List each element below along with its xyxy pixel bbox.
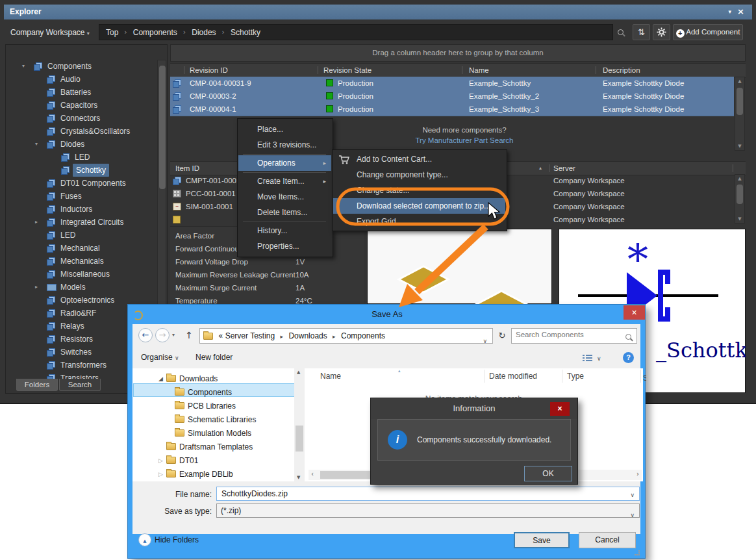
sidebar-item-models[interactable]: ▸Models	[6, 281, 157, 294]
sidebar-item-led[interactable]: LED	[6, 229, 157, 242]
column-divider[interactable]	[562, 370, 562, 383]
tab-search[interactable]: Search	[59, 379, 101, 391]
sidebar-item-capacitors[interactable]: Capacitors	[6, 99, 157, 112]
expand-icon[interactable]: ▷	[158, 454, 163, 467]
menu-item-create-item[interactable]: Create Item...▸	[238, 173, 331, 189]
table-row[interactable]: CMP-00003-2 Production Example_Schottky_…	[170, 90, 734, 103]
column-date-modified[interactable]: Date modified	[489, 372, 537, 381]
combo-arrow-icon[interactable]: ∨	[630, 509, 635, 522]
sidebar-item-batteries[interactable]: Batteries	[6, 86, 157, 99]
combo-arrow-icon[interactable]: ∨	[630, 492, 635, 498]
column-revision-state[interactable]: Revision State	[323, 64, 372, 77]
scroll-left-icon[interactable]: ‹	[311, 470, 314, 477]
items-grid-scrollbar[interactable]: ▲ ▼	[735, 174, 745, 223]
cancel-button[interactable]: Cancel	[579, 532, 636, 548]
ok-button[interactable]: OK	[524, 466, 572, 481]
manufacturer-part-search-link[interactable]: Try Manufacturer Part Search	[377, 136, 552, 144]
panel-menu-icon[interactable]: ▾	[728, 5, 731, 19]
search-input[interactable]	[514, 330, 621, 339]
organise-menu[interactable]: Organise ∨	[141, 353, 179, 362]
menu-item-export-grid[interactable]: Export Grid...	[333, 214, 505, 229]
menu-item-download-to-zip[interactable]: Download selected component to zip...	[333, 198, 505, 214]
settings-button[interactable]	[653, 24, 670, 40]
hide-folders-button[interactable]: ▲	[138, 533, 151, 546]
file-name-input[interactable]	[220, 489, 625, 499]
new-folder-button[interactable]: New folder	[195, 353, 233, 362]
column-revision-id[interactable]: Revision ID	[190, 64, 228, 77]
search-icon[interactable]	[618, 29, 624, 35]
sidebar-item-mechanicals[interactable]: Mechanicals	[6, 255, 157, 268]
address-dropdown-icon[interactable]: ∨	[483, 334, 487, 348]
sidebar-item-led-sub[interactable]: LED	[6, 151, 157, 164]
menu-item-place[interactable]: Place...	[238, 121, 331, 137]
sidebar-item-diodes[interactable]: ▾Diodes	[6, 138, 157, 151]
up-button[interactable]: ↑	[183, 328, 195, 342]
menu-item-change-state[interactable]: Change state...	[333, 183, 505, 198]
add-component-button[interactable]: + Add Component	[673, 24, 743, 40]
sync-button[interactable]: ⇅	[633, 24, 650, 40]
grid-scrollbar[interactable]: ▲ ▼	[735, 77, 745, 151]
breadcrumb-diodes[interactable]: Diodes	[192, 28, 216, 37]
menu-item-history[interactable]: History...	[238, 223, 331, 238]
file-name-combobox[interactable]: ∨	[216, 487, 640, 501]
refresh-button[interactable]: ↻	[496, 328, 509, 344]
menu-item-properties[interactable]: Properties...	[238, 238, 331, 254]
address-segment[interactable]: Components	[341, 331, 385, 340]
breadcrumb-schottky[interactable]: Schottky	[231, 28, 260, 37]
address-segment[interactable]: Downloads	[288, 331, 327, 340]
scroll-down-icon[interactable]: ▼	[297, 475, 300, 480]
scroll-down-icon[interactable]: ▼	[736, 216, 744, 222]
scroll-up-icon[interactable]: ▲	[736, 79, 744, 84]
sidebar-item-audio[interactable]: Audio	[6, 73, 157, 86]
dialog-title[interactable]: Information	[371, 398, 577, 419]
menu-item-change-component-type[interactable]: Change component type...	[333, 167, 505, 183]
sidebar-item-integrated-circuits[interactable]: ▸Integrated Circuits	[6, 216, 157, 229]
sidebar-item-fuses[interactable]: Fuses	[6, 190, 157, 203]
scroll-thumb[interactable]	[296, 426, 303, 452]
save-button[interactable]: Save	[514, 532, 570, 548]
column-server[interactable]: Server	[553, 162, 575, 175]
close-button[interactable]: ×	[624, 305, 645, 320]
scroll-up-icon[interactable]: ▲	[297, 370, 300, 375]
table-row[interactable]: CMP-004-00031-9 Production Example_Schot…	[170, 77, 734, 90]
close-icon[interactable]: ×	[737, 4, 744, 19]
tree-scrollbar[interactable]: ▲ ▼	[294, 368, 305, 481]
sidebar-item-inductors[interactable]: Inductors	[6, 203, 157, 216]
search-box[interactable]	[511, 328, 637, 344]
hide-folders-label[interactable]: Hide Folders	[155, 535, 199, 544]
expand-icon[interactable]: ▸	[35, 281, 38, 294]
sidebar-item-components[interactable]: ▾Components	[6, 60, 157, 73]
save-type-combobox[interactable]: (*.zip) ∨	[216, 503, 640, 518]
menu-item-edit-revisions[interactable]: Edit 3 revisions...	[238, 137, 331, 153]
nav-history-dropdown-icon[interactable]: ▾	[172, 332, 175, 338]
sidebar-item-crystals[interactable]: Crystals&Oscillators	[6, 125, 157, 138]
help-button[interactable]: ?	[623, 352, 634, 363]
sidebar-item-dt01-components[interactable]: DT01 Components	[6, 177, 157, 190]
view-dropdown-icon[interactable]: ∨	[597, 355, 601, 362]
menu-item-delete-items[interactable]: Delete Items...	[238, 205, 331, 220]
workspace-selector[interactable]: Company Workspace ▾	[10, 25, 90, 40]
sidebar-item-mechanical[interactable]: Mechanical	[6, 242, 157, 255]
column-description[interactable]: Description	[603, 64, 640, 77]
expand-icon[interactable]: ▾	[35, 138, 38, 151]
table-row[interactable]: CMP-00004-1 Production Example_Schottky_…	[170, 103, 734, 116]
expand-icon[interactable]: ▸	[35, 216, 38, 229]
column-name[interactable]: Name	[320, 372, 341, 381]
group-by-bar[interactable]: Drag a column header here to group by th…	[170, 44, 746, 62]
column-item-id[interactable]: Item ID	[175, 162, 199, 175]
expand-icon[interactable]: ▾	[22, 60, 25, 73]
dialog-title[interactable]: Save As	[128, 305, 646, 324]
scroll-down-icon[interactable]: ▼	[736, 144, 744, 149]
column-name[interactable]: Name	[469, 64, 489, 77]
menu-item-operations[interactable]: Operations▸	[238, 155, 331, 171]
menu-item-add-to-content-cart[interactable]: Add to Content Cart...	[333, 151, 505, 167]
column-divider[interactable]	[485, 370, 485, 383]
sidebar-item-connectors[interactable]: Connectors	[6, 112, 157, 125]
sidebar-item-miscellaneous[interactable]: Miscellaneous	[6, 268, 157, 281]
column-divider[interactable]	[640, 370, 641, 383]
breadcrumb[interactable]: Top › Components › Diodes › Schottky	[99, 24, 613, 40]
column-type[interactable]: Type	[567, 372, 584, 381]
resize-grip[interactable]	[635, 550, 640, 555]
scroll-up-icon[interactable]: ▲	[736, 176, 744, 181]
sidebar-item-schottky[interactable]: Schottky	[6, 164, 157, 177]
